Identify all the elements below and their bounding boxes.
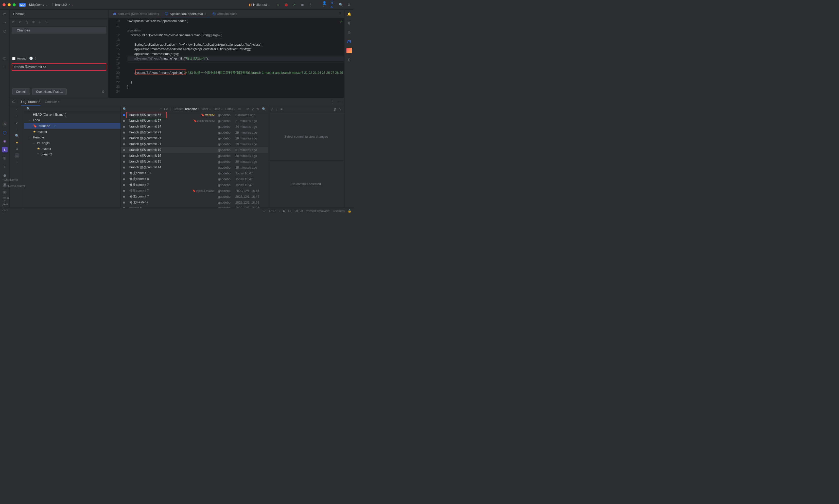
panel-more-icon[interactable]: ⋮	[330, 100, 335, 104]
run-icon[interactable]: ▷	[276, 2, 280, 7]
commit-row[interactable]: 修改commit 10gaodeboToday 10:47	[121, 170, 268, 176]
diff-icon[interactable]: ⇅	[25, 20, 30, 24]
search-icon[interactable]: 🔍	[339, 2, 343, 7]
collapse-icon[interactable]: ⤡	[45, 20, 49, 24]
bookmarks-icon[interactable]: ◫	[2, 55, 7, 61]
status-indent[interactable]: 4 spaces	[333, 210, 345, 213]
commit-row[interactable]: 修改commit 7gaodebo2023/12/1, 16:42	[121, 194, 268, 199]
code-with-me-icon[interactable]: 👤⁺	[322, 2, 327, 7]
project-dropdown[interactable]: MdpDemo ⌄	[27, 2, 50, 7]
collapse-icon[interactable]: ⤡	[339, 108, 342, 111]
user-filter[interactable]: User ⌄	[202, 107, 211, 111]
date-filter[interactable]: Date ⌄	[214, 107, 223, 111]
maven-icon[interactable]: m	[346, 38, 352, 44]
shield-icon[interactable]: 🛡	[263, 210, 266, 213]
commit-row[interactable]: branch 修改commit 27🔖origin/branch2gaodebo…	[121, 118, 268, 124]
project-tool-icon[interactable]: 🗀	[2, 11, 7, 17]
find-icon[interactable]: 🔍	[262, 107, 266, 111]
structure-tool-icon[interactable]: ⬡	[2, 29, 7, 34]
up-down-icon[interactable]: ⇵	[334, 108, 336, 111]
ai-icon[interactable]: ⟠	[35, 56, 39, 60]
commit-search-input[interactable]	[129, 107, 157, 111]
breadcrumb-item[interactable]: com	[2, 209, 30, 212]
commits-list[interactable]: branch 修改commit 56🔖branch2gaodebo3 minut…	[121, 112, 268, 208]
expand-icon[interactable]: ⤢	[271, 108, 273, 111]
breadcrumb-item[interactable]: main	[2, 197, 30, 199]
commit-row[interactable]: branch 修改commit 21gaodebo29 minutes ago	[121, 141, 268, 147]
commit-settings-icon[interactable]: ⚙	[102, 90, 106, 94]
debug-icon[interactable]: 🐞	[284, 2, 288, 7]
cherry-pick-icon[interactable]: ⚲	[252, 107, 254, 111]
lock-icon[interactable]: 🔒	[348, 209, 351, 213]
close-window[interactable]	[2, 3, 5, 6]
regex-label[interactable]: .*	[160, 107, 162, 111]
commit-row[interactable]: branch 修改commit 15gaodebo38 minutes ago	[121, 159, 268, 164]
eye-icon[interactable]: 👁	[280, 108, 284, 111]
nav-fwd-icon[interactable]: ›	[15, 160, 19, 164]
minimize-window[interactable]	[7, 3, 11, 6]
tab-pom[interactable]: m pom.xml (MdpDemo-starter)	[110, 10, 162, 18]
settings-icon[interactable]: ⚙	[347, 2, 351, 7]
group-icon[interactable]: ⟐	[38, 20, 42, 24]
commit-push-button[interactable]: Commit and Push...	[32, 89, 67, 95]
gradient-icon[interactable]	[346, 48, 352, 53]
settings-icon[interactable]: ⚙	[15, 146, 19, 151]
commit-tool-icon[interactable]: ⊸	[2, 20, 7, 25]
editor-body[interactable]: ✓ 1011 12131415161718192021222324 ▸"kw">…	[109, 18, 344, 97]
star-icon[interactable]: ★	[15, 140, 19, 144]
commit-row[interactable]: 修改commit 8gaodeboToday 10:47	[121, 176, 268, 182]
search-icon[interactable]: 🔍	[15, 133, 19, 138]
remote-branch-master[interactable]: ★master	[24, 146, 121, 151]
s2-tool-icon[interactable]: S	[2, 147, 7, 152]
more-tools-icon[interactable]: ⋯	[2, 64, 7, 70]
breadcrumb-item[interactable]: java	[2, 202, 30, 205]
notifications-icon[interactable]: 🔔	[346, 11, 352, 17]
origin-group-row[interactable]: ⌄🗀origin	[24, 140, 121, 146]
close-icon[interactable]: ×	[204, 12, 207, 16]
remote-group-row[interactable]: ⌄Remote	[24, 134, 121, 140]
close-icon[interactable]: ×	[58, 100, 59, 104]
o-tool-icon[interactable]: ◯	[2, 129, 7, 135]
stop-icon[interactable]: ◼	[300, 2, 305, 7]
commit-row[interactable]: branch 修改commit 14gaodebo38 minutes ago	[121, 164, 268, 170]
branch-search-input[interactable]	[26, 107, 119, 110]
history-icon[interactable]: 🕘	[29, 56, 33, 60]
open-new-tab-icon[interactable]: ⧉	[238, 107, 241, 111]
chevron-icon[interactable]: ‹	[279, 210, 280, 213]
head-branch-row[interactable]: HEAD (Current Branch)	[24, 112, 121, 118]
undo-icon[interactable]: ↶	[19, 20, 23, 24]
console-tab[interactable]: Console×	[45, 98, 60, 105]
doc-tool-icon[interactable]: 🗎	[2, 156, 7, 161]
commit-row[interactable]: branch 修改commit 24gaodebo24 minutes ago	[121, 124, 268, 129]
hex-tool-icon[interactable]: ⬢	[2, 173, 7, 178]
database-icon[interactable]: 🛢	[346, 20, 352, 26]
status-env[interactable]: env:test swimlane:	[306, 210, 330, 213]
branch-row-master[interactable]: ★master	[24, 129, 121, 134]
status-encoding[interactable]: UTF-8	[295, 210, 303, 213]
tab-application-loader[interactable]: ⓒ ApplicationLoader.java ×	[162, 10, 210, 18]
casectrl-label[interactable]: Cc	[164, 107, 168, 111]
run-config-dropdown[interactable]: ◧ Hello.test ⌄	[247, 2, 272, 7]
brackets-icon[interactable]: ⟨⟩	[346, 57, 352, 62]
more-icon[interactable]: ⋮	[308, 2, 313, 7]
log-tab[interactable]: Log: branch2	[21, 98, 40, 105]
eye-icon[interactable]: 👁	[256, 107, 260, 111]
code-content[interactable]: ▸"kw">public "kw">class ApplicationLoade…	[127, 18, 344, 97]
refresh-icon[interactable]: ⟳	[12, 20, 16, 24]
remote-branch-branch2[interactable]: ᛘbranch2	[24, 151, 121, 157]
swirl-tool-icon[interactable]: ◉	[2, 138, 7, 144]
changes-node[interactable]: Changes	[12, 27, 106, 34]
commit-row[interactable]: 修改commit 7gaodeboToday 10:47	[121, 182, 268, 188]
coverage-icon[interactable]: ↗	[292, 2, 297, 7]
breadcrumb-item[interactable]: ▫ MdpDemo	[2, 178, 30, 181]
commit-row[interactable]: 修改master 7gaodebo2023/12/1, 16:39	[121, 199, 268, 205]
down-left-icon[interactable]: ↙	[15, 120, 19, 125]
commit-row[interactable]: branch 修改commit 21gaodebo29 minutes ago	[121, 129, 268, 136]
translate-icon[interactable]: 文A	[331, 2, 335, 7]
nav-back-icon[interactable]: ‹	[15, 107, 19, 111]
tab-mockito[interactable]: ⓒ Mockito.class	[210, 10, 240, 18]
commit-message-input[interactable]: branch 修改commit 56	[12, 63, 106, 71]
commit-row[interactable]: 修改commit 7🔖origin & mastergaodebo2023/12…	[121, 188, 268, 194]
git-tab[interactable]: Git	[12, 98, 17, 105]
s-tool-icon[interactable]: S	[2, 121, 7, 126]
